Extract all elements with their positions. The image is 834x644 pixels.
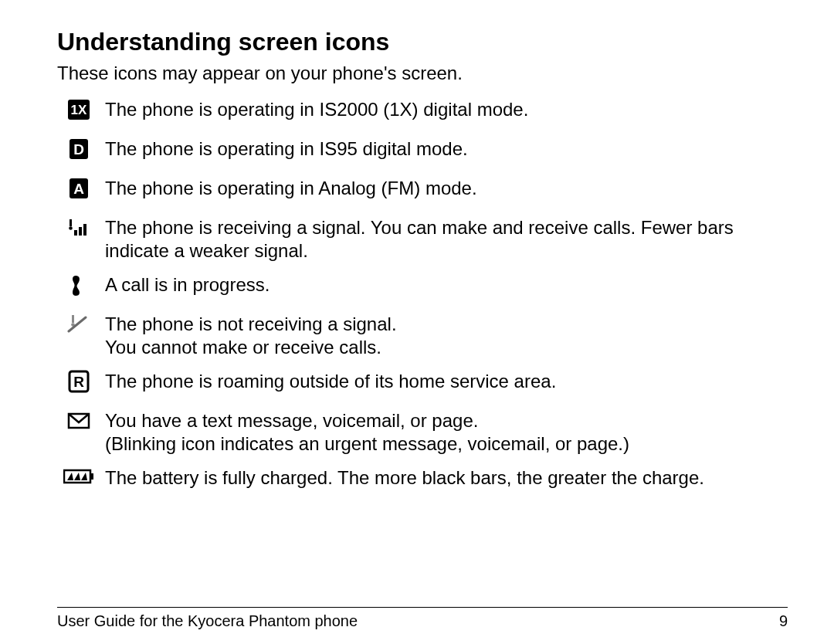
d-icon: D xyxy=(67,137,90,161)
icon-description: The phone is receiving a signal. You can… xyxy=(100,213,788,270)
signal-icon xyxy=(67,216,90,239)
call-icon xyxy=(67,273,90,297)
svg-rect-11 xyxy=(72,315,74,323)
icon-description: The phone is operating in IS2000 (1X) di… xyxy=(100,95,788,134)
icon-list-row: The phone is receiving a signal. You can… xyxy=(57,213,788,270)
roaming-icon: R xyxy=(67,370,90,393)
icon-list-row: AThe phone is operating in Analog (FM) m… xyxy=(57,174,788,213)
icon-description: The phone is not receiving a signal.You … xyxy=(100,310,788,367)
page-number: 9 xyxy=(779,612,788,630)
svg-marker-20 xyxy=(74,473,80,480)
svg-rect-6 xyxy=(70,219,72,226)
icon-list-row: RThe phone is roaming outside of its hom… xyxy=(57,367,788,406)
icon-list-row: The battery is fully charged. The more b… xyxy=(57,463,788,497)
message-icon xyxy=(67,409,90,432)
svg-marker-19 xyxy=(67,473,73,480)
1x-icon: 1X xyxy=(67,98,90,121)
a-icon: A xyxy=(67,177,90,200)
svg-text:R: R xyxy=(73,374,84,390)
svg-text:D: D xyxy=(73,141,84,158)
icon-list-row: A call is in progress. xyxy=(57,270,788,310)
icon-description: The battery is fully charged. The more b… xyxy=(100,463,788,497)
no-signal-icon xyxy=(67,313,90,336)
battery-icon xyxy=(63,466,94,482)
icon-description: A call is in progress. xyxy=(100,270,788,310)
icon-description: The phone is operating in Analog (FM) mo… xyxy=(100,174,788,213)
svg-text:A: A xyxy=(73,181,84,197)
icon-list-row: The phone is not receiving a signal.You … xyxy=(57,310,788,367)
svg-rect-10 xyxy=(83,224,86,236)
svg-rect-18 xyxy=(90,473,93,480)
icon-description: You have a text message, voicemail, or p… xyxy=(100,406,788,463)
svg-point-7 xyxy=(69,226,73,230)
icon-list-row: DThe phone is operating in IS95 digital … xyxy=(57,134,788,174)
svg-rect-9 xyxy=(79,227,82,236)
footer-title: User Guide for the Kyocera Phantom phone xyxy=(57,612,358,630)
page-title: Understanding screen icons xyxy=(57,28,788,56)
intro-text: These icons may appear on your phone's s… xyxy=(57,63,788,84)
svg-marker-21 xyxy=(81,473,87,480)
svg-text:1X: 1X xyxy=(71,103,87,117)
icon-list-row: 1XThe phone is operating in IS2000 (1X) … xyxy=(57,95,788,134)
icon-list: 1XThe phone is operating in IS2000 (1X) … xyxy=(57,95,788,497)
icon-description: The phone is roaming outside of its home… xyxy=(100,367,788,406)
icon-description: The phone is operating in IS95 digital m… xyxy=(100,134,788,174)
icon-list-row: You have a text message, voicemail, or p… xyxy=(57,406,788,463)
svg-rect-8 xyxy=(74,230,77,236)
